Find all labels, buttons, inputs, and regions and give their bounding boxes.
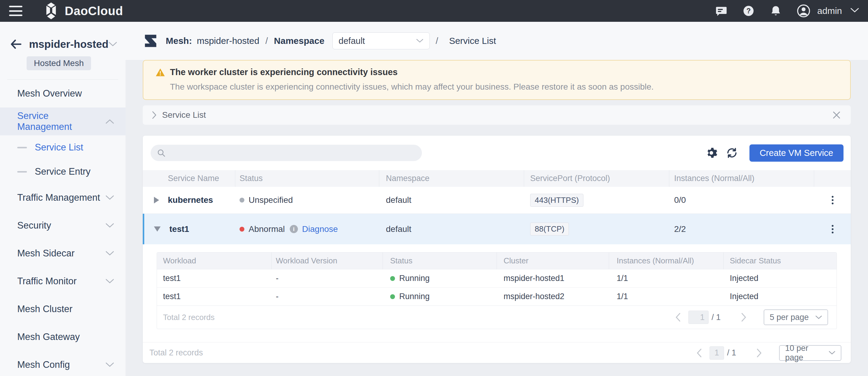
service-name: kubernetes (168, 195, 213, 205)
sidebar: mspider-hosted Hosted Mesh Mesh Overview… (0, 22, 125, 376)
brand-logo[interactable]: DaoCloud (42, 2, 123, 20)
search-input[interactable] (170, 148, 416, 158)
svg-text:?: ? (746, 7, 751, 15)
dash-icon (17, 147, 27, 148)
status-dot (240, 198, 244, 203)
chevron-down-icon (105, 195, 114, 200)
namespace-value: default (379, 187, 524, 213)
sidebar-item-service-management[interactable]: Service Management (0, 108, 125, 135)
main-area: Mesh: mspider-hosted / Namespace default… (125, 22, 868, 376)
workload-table-header: Workload Workload Version Status Cluster… (157, 253, 837, 269)
page-size-value: 5 per page (770, 313, 809, 322)
panel-title: Service List (162, 110, 206, 120)
chevron-up-icon (105, 119, 114, 124)
sidebar-item-mesh-gateway[interactable]: Mesh Gateway (0, 323, 125, 351)
status-text: Unspecified (249, 195, 293, 205)
service-table-header: Service Name Status Namespace ServicePor… (143, 170, 851, 187)
notifications-bell-icon[interactable] (769, 4, 782, 17)
column-instances: Instances (Normal/All) (609, 253, 724, 269)
status-text: Running (399, 274, 430, 283)
sidebar-item-mesh-sidecar[interactable]: Mesh Sidecar (0, 239, 125, 267)
namespace-select[interactable]: default (332, 32, 430, 49)
page-size-value: 10 per page (785, 344, 829, 363)
mesh-switch-chevron-down-icon[interactable] (108, 42, 117, 47)
instances-value: 2/2 (669, 214, 814, 244)
column-sidecar-status: Sidecar Status (724, 253, 837, 269)
mesh-icon (143, 33, 158, 49)
hamburger-menu-icon[interactable] (9, 6, 22, 16)
mesh-name: mspider-hosted (197, 36, 259, 46)
info-icon[interactable]: i (290, 225, 298, 233)
sidebar-item-service-list[interactable]: Service List (0, 135, 125, 160)
user-avatar-icon[interactable] (797, 4, 810, 18)
sidecar-status: Injected (724, 288, 837, 306)
port-tag: 88(TCP) (530, 223, 569, 235)
page-total: / 1 (712, 313, 721, 322)
search-box[interactable] (151, 145, 422, 161)
brand-name: DaoCloud (65, 4, 123, 18)
sidebar-mesh-title: mspider-hosted (29, 38, 108, 50)
table-toolbar: Create VM Service (143, 136, 851, 170)
table-row-test1: test1 Abnormal i Diagnose default 88(TCP… (143, 213, 851, 244)
sidebar-item-mesh-config[interactable]: Mesh Config (0, 351, 125, 376)
close-icon[interactable] (833, 111, 840, 119)
page-size-select[interactable]: 10 per page (779, 345, 841, 361)
sidebar-item-mesh-cluster[interactable]: Mesh Cluster (0, 295, 125, 323)
chevron-down-icon (829, 351, 835, 355)
sidebar-item-service-entry[interactable]: Service Entry (0, 160, 125, 184)
warning-banner: The worker cluster is experiencing conne… (143, 60, 851, 100)
topbar: DaoCloud ? admin (0, 0, 868, 22)
workload-name: test1 (157, 269, 272, 287)
expanded-row-detail: Workload Workload Version Status Cluster… (143, 244, 851, 329)
status-dot (390, 276, 395, 281)
user-menu-chevron-down-icon[interactable] (850, 8, 859, 14)
messages-icon[interactable] (715, 4, 728, 17)
column-instances: Instances (Normal/All) (669, 170, 814, 187)
status-text: Running (399, 292, 430, 301)
row-actions-kebab-icon[interactable] (830, 194, 835, 206)
sidebar-item-security[interactable]: Security (0, 212, 125, 239)
hosted-mesh-badge: Hosted Mesh (27, 56, 91, 70)
chevron-right-icon (152, 111, 157, 119)
username[interactable]: admin (817, 6, 842, 16)
next-page-icon[interactable] (756, 348, 762, 357)
chevron-down-icon (105, 279, 114, 284)
cluster-name: mspider-hosted2 (497, 288, 609, 306)
collapse-row-icon[interactable] (154, 227, 161, 232)
breadcrumb-separator: / (436, 36, 438, 46)
next-page-icon[interactable] (741, 313, 747, 322)
warning-title: The worker cluster is experiencing conne… (170, 67, 398, 77)
breadcrumb-page: Service List (449, 36, 496, 46)
service-list-card: Create VM Service Service Name Status Na… (143, 136, 851, 363)
back-arrow-icon[interactable] (9, 39, 23, 50)
instances-value: 1/1 (609, 269, 724, 287)
help-icon[interactable]: ? (742, 4, 755, 17)
workload-row: test1 - Running mspider-hosted2 1/1 Inje… (157, 287, 837, 306)
page-input[interactable]: 1 (710, 346, 724, 360)
namespace-value: default (339, 36, 365, 46)
column-service-name: Service Name (143, 170, 235, 187)
port-tag: 443(HTTPS) (530, 194, 583, 207)
prev-page-icon[interactable] (696, 348, 702, 357)
create-vm-service-button[interactable]: Create VM Service (749, 144, 843, 162)
breadcrumb-separator: / (265, 36, 268, 46)
sidebar-item-traffic-management[interactable]: Traffic Management (0, 184, 125, 212)
expand-row-icon[interactable] (154, 197, 159, 203)
workload-pagination: Total 2 records 1 / 1 (157, 306, 837, 329)
chevron-down-icon (105, 223, 114, 228)
service-list-panel-header[interactable]: Service List (143, 105, 851, 125)
page-input[interactable]: 1 (688, 311, 709, 324)
cluster-name: mspider-hosted1 (497, 269, 609, 287)
sidebar-item-traffic-monitor[interactable]: Traffic Monitor (0, 267, 125, 295)
sidebar-item-mesh-overview[interactable]: Mesh Overview (0, 80, 125, 108)
settings-gear-icon[interactable] (705, 146, 718, 160)
status-dot (240, 227, 244, 232)
total-records: Total 2 records (149, 348, 203, 357)
prev-page-icon[interactable] (675, 313, 681, 322)
namespace-label: Namespace (274, 36, 324, 46)
workload-version: - (272, 288, 383, 306)
row-actions-kebab-icon[interactable] (830, 223, 835, 235)
refresh-icon[interactable] (725, 146, 739, 160)
diagnose-link[interactable]: Diagnose (302, 224, 338, 234)
page-size-select[interactable]: 5 per page (764, 309, 828, 325)
